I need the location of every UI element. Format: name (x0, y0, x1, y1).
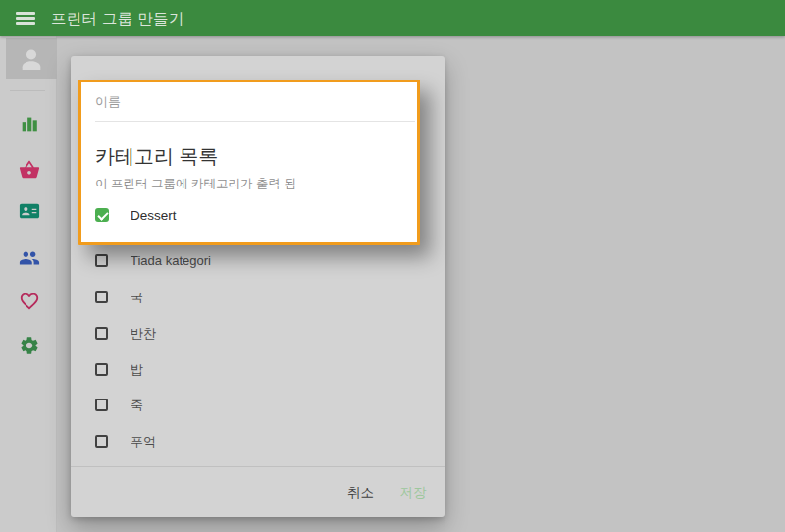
sidebar-item-customers[interactable] (19, 247, 40, 269)
category-label: 국 (131, 289, 143, 306)
category-label: Dessert (131, 208, 177, 223)
category-label: 밥 (131, 361, 143, 379)
checkbox-unchecked[interactable] (95, 363, 108, 376)
category-row[interactable]: 반찬 (95, 325, 156, 342)
checkbox-unchecked[interactable] (95, 435, 108, 448)
page-title: 프린터 그룹 만들기 (51, 0, 184, 36)
checkbox-unchecked[interactable] (95, 327, 108, 340)
sidebar-divider (10, 90, 45, 91)
category-row[interactable]: 죽 (95, 397, 143, 413)
gear-icon (19, 335, 40, 356)
sidebar-item-orders[interactable] (19, 159, 40, 181)
heart-icon (19, 291, 40, 312)
category-row[interactable]: 국 (95, 289, 143, 305)
section-title: 카테고리 목록 (95, 143, 219, 170)
group-name-input[interactable] (95, 82, 415, 122)
section-subtitle: 이 프린터 그룹에 카테고리가 출력 됨 (95, 176, 296, 192)
dialog-footer: 취소 저장 (347, 478, 427, 507)
contact-card-icon (19, 200, 40, 222)
category-label: 푸억 (131, 433, 156, 451)
app-header: 프린터 그룹 만들기 (0, 0, 785, 36)
category-label: 반찬 (131, 325, 156, 343)
highlight-box: 카테고리 목록 이 프린터 그룹에 카테고리가 출력 됨 Dessert (78, 80, 420, 245)
people-icon (19, 247, 40, 269)
sidebar (0, 36, 57, 532)
footer-divider (71, 466, 445, 467)
sidebar-item-contacts[interactable] (19, 200, 40, 222)
bar-chart-icon (19, 113, 40, 134)
basket-icon (19, 159, 40, 181)
app-screen: 프린터 그룹 만들기 (0, 0, 785, 532)
category-row-highlighted[interactable]: Dessert (95, 207, 177, 223)
avatar[interactable] (6, 38, 57, 79)
category-label: 죽 (131, 397, 143, 414)
sidebar-item-stats[interactable] (19, 113, 40, 134)
sidebar-item-settings[interactable] (19, 335, 40, 356)
category-row[interactable]: 밥 (95, 361, 143, 378)
checkbox-unchecked[interactable] (95, 399, 108, 411)
category-row[interactable]: Tiada kategori (95, 252, 211, 269)
sidebar-item-favorites[interactable] (19, 291, 40, 312)
category-row[interactable]: 푸억 (95, 433, 156, 450)
checkbox-checked[interactable] (95, 208, 109, 222)
person-icon (18, 45, 45, 73)
category-label: Tiada kategori (131, 253, 211, 268)
cancel-button[interactable]: 취소 (347, 484, 375, 502)
checkbox-unchecked[interactable] (95, 291, 108, 303)
checkbox-unchecked[interactable] (95, 254, 108, 267)
save-button[interactable]: 저장 (399, 484, 427, 502)
hamburger-menu-icon[interactable] (16, 12, 35, 25)
